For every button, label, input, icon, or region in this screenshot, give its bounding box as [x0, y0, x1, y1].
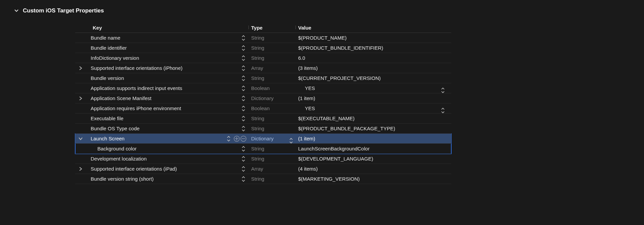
section-header[interactable]: Custom iOS Target Properties: [0, 0, 644, 14]
add-icon[interactable]: [234, 136, 240, 142]
table-row[interactable]: Bundle version string (short)String$(MAR…: [75, 174, 451, 184]
plist-key[interactable]: Bundle OS Type code: [91, 126, 140, 131]
plist-value[interactable]: $(MARKETING_VERSION): [298, 176, 360, 182]
table-row[interactable]: Background colorStringLaunchScreenBackgr…: [75, 144, 451, 154]
plist-key[interactable]: Background color: [97, 146, 137, 151]
key-stepper-icon[interactable]: [241, 75, 246, 81]
table-row[interactable]: Application Scene ManifestDictionary(1 i…: [75, 93, 451, 103]
plist-key[interactable]: Development localization: [91, 156, 147, 162]
plist-key[interactable]: Bundle name: [91, 35, 120, 41]
table-row[interactable]: Executable fileString$(EXECUTABLE_NAME): [75, 114, 451, 124]
key-stepper-icon[interactable]: [226, 136, 231, 142]
key-stepper-icon[interactable]: [241, 35, 246, 41]
plist-key[interactable]: Application supports indirect input even…: [91, 85, 182, 91]
column-header-type[interactable]: Type: [248, 25, 295, 31]
table-row[interactable]: Launch ScreenDictionary(1 item): [75, 134, 451, 144]
table-row[interactable]: Supported interface orientations (iPad)A…: [75, 164, 451, 174]
key-stepper-icon[interactable]: [241, 45, 246, 51]
table-row[interactable]: Bundle versionString$(CURRENT_PROJECT_VE…: [75, 73, 451, 83]
plist-key[interactable]: Application Scene Manifest: [91, 95, 151, 101]
table-row[interactable]: Application supports indirect input even…: [75, 83, 451, 93]
section-title: Custom iOS Target Properties: [23, 7, 104, 14]
value-stepper-icon[interactable]: [441, 87, 445, 93]
key-stepper-icon[interactable]: [241, 166, 246, 172]
plist-type[interactable]: String: [251, 146, 264, 151]
plist-value[interactable]: $(EXECUTABLE_NAME): [298, 116, 355, 121]
plist-key[interactable]: Supported interface orientations (iPad): [91, 166, 177, 172]
column-header-value[interactable]: Value: [295, 25, 451, 31]
table-header: Key Type Value: [75, 23, 451, 33]
chevron-down-icon[interactable]: [77, 137, 84, 141]
plist-value[interactable]: 6.0: [298, 55, 305, 61]
plist-type[interactable]: Array: [251, 65, 263, 71]
plist-key[interactable]: Launch Screen: [91, 136, 125, 141]
plist-key[interactable]: Bundle version string (short): [91, 176, 154, 182]
plist-key[interactable]: Bundle version: [91, 75, 124, 81]
plist-key[interactable]: Executable file: [91, 116, 124, 121]
plist-type[interactable]: String: [251, 55, 264, 61]
key-stepper-icon[interactable]: [241, 105, 246, 111]
chevron-right-icon[interactable]: [77, 66, 84, 70]
table-row[interactable]: Development localizationString$(DEVELOPM…: [75, 154, 451, 164]
plist-type[interactable]: String: [251, 116, 264, 121]
table-body: Bundle nameString$(PRODUCT_NAME)Bundle i…: [75, 33, 451, 184]
remove-icon[interactable]: [240, 136, 246, 142]
value-stepper-icon[interactable]: [441, 107, 445, 114]
plist-key[interactable]: Application requires iPhone environment: [91, 105, 181, 111]
key-stepper-icon[interactable]: [241, 55, 246, 61]
plist-type[interactable]: Dictionary: [251, 95, 274, 101]
plist-value[interactable]: YES: [305, 105, 315, 111]
plist-type[interactable]: Boolean: [251, 105, 270, 111]
plist-value[interactable]: (1 item): [298, 95, 315, 101]
table-row[interactable]: Bundle nameString$(PRODUCT_NAME): [75, 33, 451, 43]
chevron-down-icon: [13, 9, 19, 13]
chevron-right-icon[interactable]: [77, 167, 84, 171]
key-stepper-icon[interactable]: [241, 156, 246, 162]
plist-value[interactable]: $(CURRENT_PROJECT_VERSION): [298, 75, 381, 81]
plist-type[interactable]: Array: [251, 166, 263, 172]
plist-type[interactable]: String: [251, 75, 264, 81]
chevron-right-icon[interactable]: [77, 96, 84, 100]
key-stepper-icon[interactable]: [241, 176, 246, 182]
table-row[interactable]: InfoDictionary versionString6.0: [75, 53, 451, 63]
table-row[interactable]: Application requires iPhone environmentB…: [75, 103, 451, 114]
plist-type[interactable]: Boolean: [251, 85, 270, 91]
plist-type[interactable]: Dictionary: [251, 136, 274, 141]
key-stepper-icon[interactable]: [241, 85, 246, 91]
plist-value[interactable]: YES: [305, 85, 315, 91]
plist-value[interactable]: $(PRODUCT_BUNDLE_PACKAGE_TYPE): [298, 126, 395, 131]
plist-value[interactable]: $(DEVELOPMENT_LANGUAGE): [298, 156, 373, 162]
column-header-key[interactable]: Key: [75, 25, 248, 31]
plist-key[interactable]: InfoDictionary version: [91, 55, 139, 61]
plist-table: Key Type Value Bundle nameString$(PRODUC…: [75, 23, 451, 184]
key-stepper-icon[interactable]: [241, 146, 246, 152]
plist-value[interactable]: LaunchScreenBackgroundColor: [298, 146, 370, 151]
table-row[interactable]: Supported interface orientations (iPhone…: [75, 63, 451, 73]
key-stepper-icon[interactable]: [241, 65, 246, 71]
plist-value[interactable]: (3 items): [298, 65, 318, 71]
plist-type[interactable]: String: [251, 156, 264, 162]
table-row[interactable]: Bundle identifierString$(PRODUCT_BUNDLE_…: [75, 43, 451, 53]
plist-type[interactable]: String: [251, 126, 264, 131]
key-stepper-icon[interactable]: [241, 116, 246, 122]
plist-value[interactable]: $(PRODUCT_NAME): [298, 35, 347, 41]
plist-value[interactable]: (4 items): [298, 166, 318, 172]
plist-key[interactable]: Bundle identifier: [91, 45, 127, 51]
key-stepper-icon[interactable]: [241, 126, 246, 132]
plist-key[interactable]: Supported interface orientations (iPhone…: [91, 65, 183, 71]
plist-type[interactable]: String: [251, 35, 264, 41]
table-row[interactable]: Bundle OS Type codeString$(PRODUCT_BUNDL…: [75, 124, 451, 134]
key-stepper-icon[interactable]: [241, 95, 246, 101]
plist-type[interactable]: String: [251, 45, 264, 51]
selection-outline: Launch ScreenDictionary(1 item)Backgroun…: [75, 134, 451, 154]
plist-value[interactable]: (1 item): [298, 136, 315, 141]
plist-type[interactable]: String: [251, 176, 264, 182]
type-stepper-icon[interactable]: [289, 138, 293, 144]
plist-value[interactable]: $(PRODUCT_BUNDLE_IDENTIFIER): [298, 45, 383, 51]
